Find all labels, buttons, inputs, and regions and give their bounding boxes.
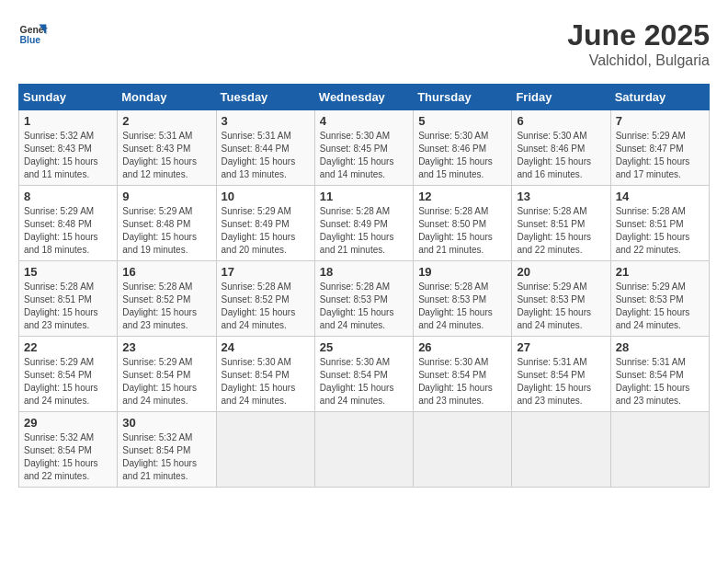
- calendar-week-2: 15Sunrise: 5:28 AM Sunset: 8:51 PM Dayli…: [19, 261, 710, 337]
- calendar-cell: 25Sunrise: 5:30 AM Sunset: 8:54 PM Dayli…: [314, 337, 413, 412]
- calendar-cell: 4Sunrise: 5:30 AM Sunset: 8:45 PM Daylig…: [314, 110, 413, 186]
- calendar-cell: [512, 412, 610, 488]
- day-info: Sunrise: 5:28 AM Sunset: 8:51 PM Dayligh…: [24, 281, 112, 332]
- calendar-cell: 20Sunrise: 5:29 AM Sunset: 8:53 PM Dayli…: [512, 261, 610, 337]
- calendar-cell: 9Sunrise: 5:29 AM Sunset: 8:48 PM Daylig…: [118, 186, 216, 261]
- calendar-cell: 5Sunrise: 5:30 AM Sunset: 8:46 PM Daylig…: [414, 110, 512, 186]
- calendar-cell: 2Sunrise: 5:31 AM Sunset: 8:43 PM Daylig…: [118, 110, 216, 186]
- day-info: Sunrise: 5:28 AM Sunset: 8:52 PM Dayligh…: [122, 281, 210, 332]
- day-number: 12: [418, 190, 506, 203]
- calendar-cell: 11Sunrise: 5:28 AM Sunset: 8:49 PM Dayli…: [314, 186, 413, 261]
- day-number: 20: [517, 265, 605, 279]
- day-number: 21: [616, 265, 704, 279]
- day-number: 18: [320, 265, 408, 279]
- calendar-cell: 22Sunrise: 5:29 AM Sunset: 8:54 PM Dayli…: [19, 337, 118, 412]
- calendar-cell: 27Sunrise: 5:31 AM Sunset: 8:54 PM Dayli…: [512, 337, 610, 412]
- day-number: 24: [222, 340, 310, 354]
- calendar-cell: 10Sunrise: 5:29 AM Sunset: 8:49 PM Dayli…: [216, 186, 314, 261]
- day-info: Sunrise: 5:29 AM Sunset: 8:48 PM Dayligh…: [24, 205, 112, 257]
- day-info: Sunrise: 5:32 AM Sunset: 8:54 PM Dayligh…: [122, 431, 210, 483]
- day-info: Sunrise: 5:29 AM Sunset: 8:54 PM Dayligh…: [122, 356, 210, 408]
- calendar-cell: [216, 412, 314, 488]
- day-number: 25: [320, 340, 408, 354]
- column-header-thursday: Thursday: [414, 85, 512, 110]
- calendar-cell: 29Sunrise: 5:32 AM Sunset: 8:54 PM Dayli…: [19, 412, 118, 488]
- day-number: 16: [122, 265, 210, 279]
- calendar-cell: 12Sunrise: 5:28 AM Sunset: 8:50 PM Dayli…: [414, 186, 512, 261]
- day-number: 27: [517, 340, 605, 354]
- day-number: 11: [320, 190, 408, 203]
- calendar-cell: 3Sunrise: 5:31 AM Sunset: 8:44 PM Daylig…: [216, 110, 314, 186]
- title-block: June 2025 Valchidol, Bulgaria: [567, 18, 710, 69]
- calendar-cell: 30Sunrise: 5:32 AM Sunset: 8:54 PM Dayli…: [118, 412, 216, 488]
- calendar-week-3: 22Sunrise: 5:29 AM Sunset: 8:54 PM Dayli…: [19, 337, 710, 412]
- day-number: 3: [222, 114, 310, 128]
- day-info: Sunrise: 5:28 AM Sunset: 8:52 PM Dayligh…: [222, 281, 310, 332]
- day-number: 7: [616, 114, 704, 128]
- day-number: 6: [517, 114, 605, 128]
- calendar-cell: 24Sunrise: 5:30 AM Sunset: 8:54 PM Dayli…: [216, 337, 314, 412]
- day-number: 29: [24, 416, 112, 430]
- calendar-week-0: 1Sunrise: 5:32 AM Sunset: 8:43 PM Daylig…: [19, 110, 710, 186]
- subtitle: Valchidol, Bulgaria: [567, 52, 710, 69]
- calendar-cell: 21Sunrise: 5:29 AM Sunset: 8:53 PM Dayli…: [610, 261, 709, 337]
- logo-icon: General Blue: [18, 18, 48, 48]
- column-header-wednesday: Wednesday: [314, 85, 413, 110]
- day-info: Sunrise: 5:31 AM Sunset: 8:54 PM Dayligh…: [616, 356, 704, 408]
- column-header-friday: Friday: [512, 85, 610, 110]
- day-info: Sunrise: 5:28 AM Sunset: 8:51 PM Dayligh…: [517, 205, 605, 257]
- day-number: 4: [320, 114, 408, 128]
- column-header-tuesday: Tuesday: [216, 85, 314, 110]
- column-header-sunday: Sunday: [19, 85, 118, 110]
- calendar-cell: [610, 412, 709, 488]
- day-info: Sunrise: 5:29 AM Sunset: 8:49 PM Dayligh…: [222, 205, 310, 257]
- calendar-cell: [414, 412, 512, 488]
- calendar-cell: 19Sunrise: 5:28 AM Sunset: 8:53 PM Dayli…: [414, 261, 512, 337]
- calendar-cell: 6Sunrise: 5:30 AM Sunset: 8:46 PM Daylig…: [512, 110, 610, 186]
- calendar-cell: 13Sunrise: 5:28 AM Sunset: 8:51 PM Dayli…: [512, 186, 610, 261]
- day-info: Sunrise: 5:30 AM Sunset: 8:54 PM Dayligh…: [320, 356, 408, 408]
- day-number: 5: [418, 114, 506, 128]
- day-info: Sunrise: 5:28 AM Sunset: 8:53 PM Dayligh…: [418, 281, 506, 332]
- day-info: Sunrise: 5:29 AM Sunset: 8:54 PM Dayligh…: [24, 356, 112, 408]
- day-number: 28: [616, 340, 704, 354]
- calendar-table: SundayMondayTuesdayWednesdayThursdayFrid…: [18, 84, 710, 488]
- day-info: Sunrise: 5:29 AM Sunset: 8:48 PM Dayligh…: [122, 205, 210, 257]
- day-info: Sunrise: 5:28 AM Sunset: 8:51 PM Dayligh…: [616, 205, 704, 257]
- day-number: 19: [418, 265, 506, 279]
- day-number: 26: [418, 340, 506, 354]
- calendar-cell: 26Sunrise: 5:30 AM Sunset: 8:54 PM Dayli…: [414, 337, 512, 412]
- day-number: 8: [24, 190, 112, 203]
- day-info: Sunrise: 5:29 AM Sunset: 8:47 PM Dayligh…: [616, 130, 704, 181]
- column-header-saturday: Saturday: [610, 85, 709, 110]
- day-info: Sunrise: 5:29 AM Sunset: 8:53 PM Dayligh…: [616, 281, 704, 332]
- calendar-cell: 1Sunrise: 5:32 AM Sunset: 8:43 PM Daylig…: [19, 110, 118, 186]
- day-info: Sunrise: 5:28 AM Sunset: 8:49 PM Dayligh…: [320, 205, 408, 257]
- calendar-cell: 15Sunrise: 5:28 AM Sunset: 8:51 PM Dayli…: [19, 261, 118, 337]
- day-info: Sunrise: 5:29 AM Sunset: 8:53 PM Dayligh…: [517, 281, 605, 332]
- day-info: Sunrise: 5:31 AM Sunset: 8:54 PM Dayligh…: [517, 356, 605, 408]
- calendar-cell: 17Sunrise: 5:28 AM Sunset: 8:52 PM Dayli…: [216, 261, 314, 337]
- day-info: Sunrise: 5:30 AM Sunset: 8:54 PM Dayligh…: [222, 356, 310, 408]
- calendar-cell: 14Sunrise: 5:28 AM Sunset: 8:51 PM Dayli…: [610, 186, 709, 261]
- calendar-cell: 8Sunrise: 5:29 AM Sunset: 8:48 PM Daylig…: [19, 186, 118, 261]
- calendar-cell: 7Sunrise: 5:29 AM Sunset: 8:47 PM Daylig…: [610, 110, 709, 186]
- day-info: Sunrise: 5:31 AM Sunset: 8:43 PM Dayligh…: [122, 130, 210, 181]
- calendar-week-4: 29Sunrise: 5:32 AM Sunset: 8:54 PM Dayli…: [19, 412, 710, 488]
- day-info: Sunrise: 5:30 AM Sunset: 8:46 PM Dayligh…: [517, 130, 605, 181]
- day-info: Sunrise: 5:30 AM Sunset: 8:45 PM Dayligh…: [320, 130, 408, 181]
- header: General Blue June 2025 Valchidol, Bulgar…: [18, 18, 710, 69]
- day-number: 23: [122, 340, 210, 354]
- day-number: 9: [122, 190, 210, 203]
- calendar-cell: 18Sunrise: 5:28 AM Sunset: 8:53 PM Dayli…: [314, 261, 413, 337]
- day-info: Sunrise: 5:28 AM Sunset: 8:50 PM Dayligh…: [418, 205, 506, 257]
- calendar-week-1: 8Sunrise: 5:29 AM Sunset: 8:48 PM Daylig…: [19, 186, 710, 261]
- day-info: Sunrise: 5:28 AM Sunset: 8:53 PM Dayligh…: [320, 281, 408, 332]
- day-info: Sunrise: 5:30 AM Sunset: 8:54 PM Dayligh…: [418, 356, 506, 408]
- day-number: 13: [517, 190, 605, 203]
- day-number: 10: [222, 190, 310, 203]
- day-number: 30: [122, 416, 210, 430]
- svg-text:Blue: Blue: [20, 35, 41, 45]
- day-number: 15: [24, 265, 112, 279]
- calendar-cell: [314, 412, 413, 488]
